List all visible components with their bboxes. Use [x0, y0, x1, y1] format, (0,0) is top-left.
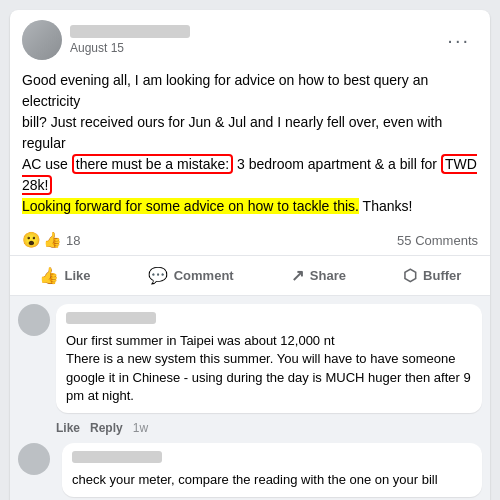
comments-section: Our first summer in Taipei was about 12,…: [10, 296, 490, 500]
reaction-emojis: 😮 👍: [22, 231, 62, 249]
post-text-line1: Good evening all, I am looking for advic…: [22, 70, 478, 112]
post-text-line2: bill? Just received ours for Jun & Jul a…: [22, 112, 478, 154]
comment-1-time: 1w: [133, 421, 148, 435]
comment-button[interactable]: 💬 Comment: [136, 260, 246, 291]
comment-1-text: Our first summer in Taipei was about 12,…: [66, 332, 472, 405]
comment-icon: 💬: [148, 266, 168, 285]
like-icon: 👍: [39, 266, 59, 285]
share-label: Share: [310, 268, 346, 283]
post-meta: August 15: [70, 25, 439, 55]
reaction-count: 18: [66, 233, 80, 248]
like-button[interactable]: 👍 Like: [27, 260, 103, 291]
action-buttons-bar: 👍 Like 💬 Comment ↗ Share ⬡ Buffer: [10, 256, 490, 296]
reaction-emoji-like: 👍: [43, 231, 62, 249]
post-author-name: [70, 25, 190, 38]
comment-1: Our first summer in Taipei was about 12,…: [18, 304, 482, 413]
comment-1-bubble: Our first summer in Taipei was about 12,…: [56, 304, 482, 413]
reaction-emoji-wow: 😮: [22, 231, 41, 249]
comment-1-avatar: [18, 304, 50, 336]
share-icon: ↗: [291, 266, 304, 285]
comment-1-reply[interactable]: Reply: [90, 421, 123, 435]
post-text-line4: Looking forward for some advice on how t…: [22, 196, 478, 217]
post-text-line3: AC use there must be a mistake: 3 bedroo…: [22, 154, 478, 196]
reactions-bar: 😮 👍 18 55 Comments: [10, 225, 490, 256]
comment-1-author: [66, 312, 156, 324]
highlight-mistake: there must be a mistake:: [72, 154, 233, 174]
comment-2-avatar: [18, 443, 50, 475]
comment-2-content: check your meter, compare the reading wi…: [56, 443, 482, 500]
buffer-button[interactable]: ⬡ Buffer: [391, 260, 473, 291]
reactions-left: 😮 👍 18: [22, 231, 80, 249]
facebook-post-card: August 15 ··· Good evening all, I am loo…: [10, 10, 490, 500]
share-button[interactable]: ↗ Share: [279, 260, 358, 291]
more-options-icon[interactable]: ···: [439, 25, 478, 56]
comment-1-actions: Like Reply 1w: [56, 421, 482, 435]
buffer-icon: ⬡: [403, 266, 417, 285]
highlight-yellow-text: Looking forward for some advice on how t…: [22, 198, 359, 214]
post-date: August 15: [70, 41, 439, 55]
comment-2-text: check your meter, compare the reading wi…: [72, 471, 472, 489]
comment-2-author: [72, 451, 162, 463]
comment-2-bubble: check your meter, compare the reading wi…: [62, 443, 482, 497]
buffer-label: Buffer: [423, 268, 461, 283]
like-label: Like: [65, 268, 91, 283]
post-body: Good evening all, I am looking for advic…: [10, 66, 490, 225]
comments-count[interactable]: 55 Comments: [397, 233, 478, 248]
post-author-avatar: [22, 20, 62, 60]
comment-2: check your meter, compare the reading wi…: [18, 443, 482, 500]
post-header: August 15 ···: [10, 10, 490, 66]
comment-label: Comment: [174, 268, 234, 283]
comment-1-like[interactable]: Like: [56, 421, 80, 435]
